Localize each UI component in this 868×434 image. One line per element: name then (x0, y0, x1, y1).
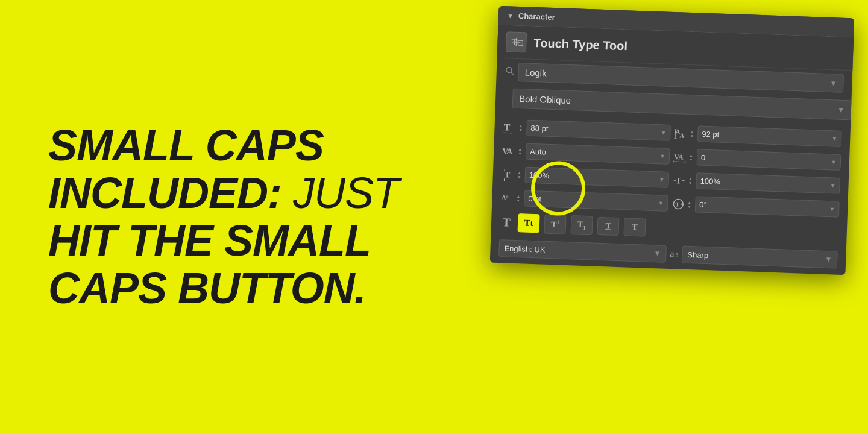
kerning-input[interactable]: Auto ▼ (526, 143, 670, 165)
language-dropdown[interactable]: English: UK ▼ (498, 239, 667, 263)
svg-text:T: T (675, 176, 682, 185)
font-family-chevron: ▼ (829, 79, 837, 87)
strikethrough-button[interactable]: T (623, 218, 646, 236)
touch-type-label: Touch Type Tool (533, 36, 627, 52)
antialias-dropdown[interactable]: Sharp ▼ (682, 245, 838, 268)
baseline-icon: A a (500, 191, 514, 205)
horiz-scale-stepper[interactable]: ▲▼ (688, 176, 692, 184)
headline-line4: Caps Button. (48, 265, 399, 312)
kerning-icon: V A (502, 144, 516, 158)
chevron-right-icon: ▼ (507, 12, 514, 19)
small-caps-button[interactable]: Tt (518, 214, 540, 233)
leading-value: 92 pt (702, 130, 719, 139)
strikethrough-label: T (632, 222, 638, 232)
underline-button[interactable]: T (597, 217, 619, 236)
svg-line-12 (675, 130, 676, 139)
svg-line-7 (503, 133, 512, 133)
svg-line-16 (673, 162, 685, 162)
svg-text:VA: VA (674, 153, 684, 162)
rotation-input[interactable]: 0° ▼ (695, 196, 840, 217)
tracking-value: 0 (701, 153, 706, 162)
rotation-cell: T ▲▼ 0° ▼ (671, 195, 840, 218)
horiz-scale-icon: T (672, 174, 686, 187)
font-size-stepper[interactable]: ▲▼ (518, 124, 523, 132)
svg-text:T: T (503, 122, 511, 132)
left-panel: Small Caps Included: Just Hit The Small … (0, 0, 452, 434)
svg-line-5 (511, 72, 514, 75)
font-family-value: Logik (524, 67, 546, 78)
leading-stepper[interactable]: ▲▼ (690, 130, 694, 138)
font-style-chevron: ▼ (837, 105, 844, 114)
tracking-stepper[interactable]: ▲▼ (689, 153, 693, 162)
tracking-input[interactable]: 0 ▼ (697, 149, 841, 170)
right-panel: ▼ Character T Touch Type Tool (434, 0, 868, 434)
vert-scale-value: 100% (529, 171, 550, 180)
leading-input[interactable]: 92 pt ▼ (697, 125, 842, 146)
superscript-button[interactable]: T1 (544, 215, 566, 234)
language-value: English: UK (504, 244, 545, 254)
language-arrow: ▼ (653, 249, 661, 257)
rotation-value: 0° (699, 200, 707, 209)
search-icon (505, 66, 515, 78)
leading-icon: A A (674, 127, 688, 140)
rotation-icon: T (671, 197, 685, 211)
vert-scale-cell: T ▲▼ 100% ▼ (501, 166, 669, 188)
kerning-arrow: ▼ (659, 153, 665, 159)
subscript-label: T1 (577, 220, 586, 231)
superscript-label: T1 (551, 219, 559, 230)
small-caps-label: Tt (524, 218, 533, 229)
svg-text:T: T (675, 201, 679, 207)
tracking-cell: VA ▲▼ 0 ▼ (673, 148, 841, 171)
baseline-stepper[interactable]: ▲▼ (516, 194, 520, 203)
leading-cell: A A ▲▼ 92 pt ▼ (674, 125, 842, 147)
headline-line2: Included: Just (48, 169, 399, 217)
font-size-cell: T ▲▼ 88 pt ▼ (503, 119, 671, 141)
font-size-icon: T (503, 121, 517, 134)
svg-text:A: A (679, 131, 684, 139)
antialias-arrow: ▼ (825, 255, 832, 263)
kerning-value: Auto (530, 147, 546, 157)
left-t-icon: T (500, 216, 514, 230)
kerning-stepper[interactable]: ▲▼ (518, 147, 522, 156)
horiz-scale-input[interactable]: 100% ▼ (696, 172, 840, 193)
horiz-scale-arrow: ▼ (829, 182, 835, 189)
svg-text:T: T (505, 170, 511, 179)
baseline-value: 0 pt (528, 194, 541, 204)
rotation-arrow: ▼ (829, 206, 835, 212)
underline-label: T (605, 221, 611, 231)
subscript-button[interactable]: T1 (570, 215, 593, 235)
headline-line1: Small Caps (48, 122, 399, 169)
touch-type-icon: T (506, 31, 527, 52)
font-size-value: 88 pt (530, 124, 548, 133)
headline: Small Caps Included: Just Hit The Small … (48, 122, 399, 313)
svg-text:A: A (506, 146, 514, 156)
aa-label: a a (670, 248, 679, 259)
svg-rect-1 (518, 40, 523, 45)
rotation-stepper[interactable]: ▲▼ (687, 200, 691, 208)
antialias-value: Sharp (687, 250, 708, 260)
horiz-scale-value: 100% (700, 177, 720, 186)
font-style-value: Bold Oblique (519, 93, 571, 105)
svg-text:A: A (501, 193, 506, 201)
vert-scale-icon: T (501, 168, 515, 181)
baseline-cell: A a ▲▼ 0 pt ▼ (500, 189, 668, 212)
antialias-cell: a a Sharp ▼ (670, 245, 838, 269)
baseline-arrow: ▼ (658, 200, 664, 206)
panel-header-label: Character (518, 11, 555, 22)
vert-scale-arrow: ▼ (659, 176, 665, 183)
headline-line3: Hit The Small (48, 217, 399, 265)
vert-scale-input[interactable]: 100% ▼ (524, 167, 669, 188)
baseline-input[interactable]: 0 pt ▼ (524, 190, 668, 211)
font-size-arrow: ▼ (660, 129, 666, 136)
horiz-scale-cell: T ▲▼ 100% ▼ (672, 172, 840, 194)
svg-text:a: a (506, 193, 508, 198)
tracking-arrow: ▼ (831, 159, 837, 165)
leading-arrow: ▼ (831, 135, 837, 142)
character-panel: ▼ Character T Touch Type Tool (490, 6, 855, 275)
tracking-icon: VA (673, 150, 687, 164)
vert-scale-stepper[interactable]: ▲▼ (517, 171, 521, 179)
kerning-cell: V A ▲▼ Auto ▼ (502, 142, 670, 165)
font-size-input[interactable]: 88 pt ▼ (526, 120, 671, 141)
